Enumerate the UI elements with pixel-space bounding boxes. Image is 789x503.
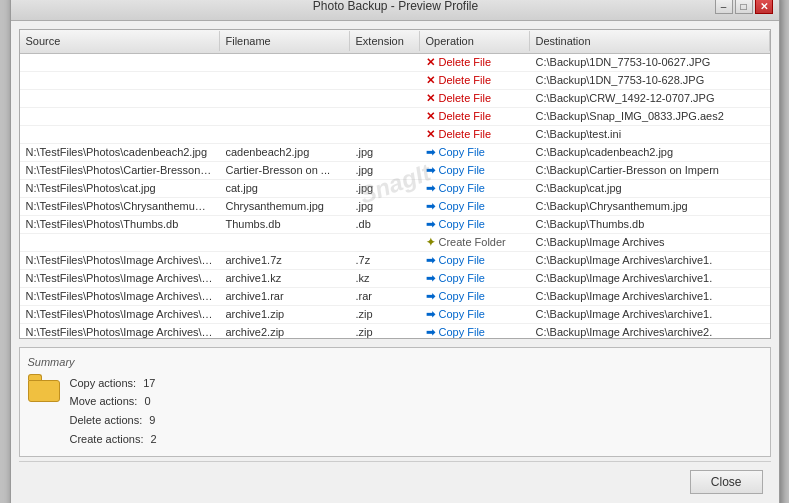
table-row[interactable]: N:\TestFiles\Photos\Image Archives\archi… bbox=[20, 288, 770, 306]
table-row[interactable]: ✕Delete FileC:\Backup\Snap_IMG_0833.JPG.… bbox=[20, 108, 770, 126]
cell-source bbox=[20, 78, 220, 82]
operation-label: Copy File bbox=[439, 164, 485, 176]
window-close-button[interactable]: ✕ bbox=[755, 0, 773, 14]
create-value: 2 bbox=[151, 433, 157, 445]
cell-extension bbox=[350, 132, 420, 136]
cell-operation: ✕Delete File bbox=[420, 90, 530, 107]
table-row[interactable]: N:\TestFiles\Photos\Image Archives\archi… bbox=[20, 306, 770, 324]
cell-operation: ➡Copy File bbox=[420, 324, 530, 338]
copy-stat: Copy actions: 17 bbox=[70, 374, 157, 393]
table-row[interactable]: ✕Delete FileC:\Backup\1DN_7753-10-0627.J… bbox=[20, 54, 770, 72]
cell-source: N:\TestFiles\Photos\Image Archives\archi… bbox=[20, 324, 220, 338]
copy-icon: ➡ bbox=[426, 182, 435, 195]
table-row[interactable]: N:\TestFiles\Photos\Chrysanthemum.jpgChr… bbox=[20, 198, 770, 216]
copy-icon: ➡ bbox=[426, 326, 435, 338]
cell-operation: ➡Copy File bbox=[420, 252, 530, 269]
operation-label: Create Folder bbox=[439, 236, 506, 248]
cell-source: N:\TestFiles\Photos\cadenbeach2.jpg bbox=[20, 144, 220, 160]
cell-operation: ➡Copy File bbox=[420, 288, 530, 305]
cell-operation: ✕Delete File bbox=[420, 72, 530, 89]
cell-extension: .7z bbox=[350, 252, 420, 268]
bottom-bar: Close bbox=[19, 461, 771, 502]
cell-filename bbox=[220, 240, 350, 244]
cell-filename: archive1.7z bbox=[220, 252, 350, 268]
cell-operation: ➡Copy File bbox=[420, 198, 530, 215]
table-row[interactable]: N:\TestFiles\Photos\Image Archives\archi… bbox=[20, 324, 770, 338]
delete-stat: Delete actions: 9 bbox=[70, 411, 157, 430]
operation-label: Copy File bbox=[439, 218, 485, 230]
delete-value: 9 bbox=[149, 414, 155, 426]
cell-operation: ➡Copy File bbox=[420, 162, 530, 179]
copy-icon: ➡ bbox=[426, 254, 435, 267]
col-extension: Extension bbox=[350, 31, 420, 51]
cell-destination: C:\Backup\Thumbs.db bbox=[530, 216, 770, 232]
copy-icon: ➡ bbox=[426, 308, 435, 321]
cell-extension: .jpg bbox=[350, 144, 420, 160]
table-row[interactable]: ✕Delete FileC:\Backup\CRW_1492-12-0707.J… bbox=[20, 90, 770, 108]
col-filename: Filename bbox=[220, 31, 350, 51]
cell-extension: .zip bbox=[350, 306, 420, 322]
table-row[interactable]: N:\TestFiles\Photos\Cartier-Bresson on I… bbox=[20, 162, 770, 180]
main-window: Photo Backup - Preview Profile – □ ✕ Sou… bbox=[10, 0, 780, 503]
cell-destination: C:\Backup\Cartier-Bresson on Impern bbox=[530, 162, 770, 178]
cell-extension bbox=[350, 240, 420, 244]
cell-filename: cadenbeach2.jpg bbox=[220, 144, 350, 160]
cell-destination: C:\Backup\Image Archives\archive1. bbox=[530, 306, 770, 322]
table-row[interactable]: N:\TestFiles\Photos\Thumbs.dbThumbs.db.d… bbox=[20, 216, 770, 234]
cell-destination: C:\Backup\1DN_7753-10-628.JPG bbox=[530, 72, 770, 88]
copy-icon: ➡ bbox=[426, 218, 435, 231]
cell-operation: ✕Delete File bbox=[420, 126, 530, 143]
cell-destination: C:\Backup\Image Archives\archive1. bbox=[530, 252, 770, 268]
close-button[interactable]: Close bbox=[690, 470, 763, 494]
operation-label: Delete File bbox=[439, 56, 492, 68]
cell-destination: C:\Backup\cat.jpg bbox=[530, 180, 770, 196]
cell-source bbox=[20, 96, 220, 100]
cell-filename: cat.jpg bbox=[220, 180, 350, 196]
cell-filename bbox=[220, 78, 350, 82]
cell-destination: C:\Backup\Image Archives\archive1. bbox=[530, 288, 770, 304]
table-row[interactable]: ✕Delete FileC:\Backup\test.ini bbox=[20, 126, 770, 144]
cell-destination: C:\Backup\Snap_IMG_0833.JPG.aes2 bbox=[530, 108, 770, 124]
cell-extension: .rar bbox=[350, 288, 420, 304]
cell-filename: Thumbs.db bbox=[220, 216, 350, 232]
cell-source bbox=[20, 114, 220, 118]
cell-operation: ➡Copy File bbox=[420, 144, 530, 161]
window-title: Photo Backup - Preview Profile bbox=[77, 0, 715, 13]
table-row[interactable]: ✕Delete FileC:\Backup\1DN_7753-10-628.JP… bbox=[20, 72, 770, 90]
copy-icon: ➡ bbox=[426, 200, 435, 213]
cell-destination: C:\Backup\Image Archives\archive2. bbox=[530, 324, 770, 338]
operation-label: Delete File bbox=[439, 74, 492, 86]
table-row[interactable]: N:\TestFiles\Photos\Image Archives\archi… bbox=[20, 270, 770, 288]
cell-source bbox=[20, 240, 220, 244]
cell-extension: .jpg bbox=[350, 198, 420, 214]
cell-source: N:\TestFiles\Photos\Image Archives\archi… bbox=[20, 270, 220, 286]
cell-filename bbox=[220, 60, 350, 64]
operation-label: Copy File bbox=[439, 290, 485, 302]
cell-filename bbox=[220, 132, 350, 136]
create-stat: Create actions: 2 bbox=[70, 430, 157, 449]
copy-icon: ➡ bbox=[426, 164, 435, 177]
cell-destination: C:\Backup\test.ini bbox=[530, 126, 770, 142]
minimize-button[interactable]: – bbox=[715, 0, 733, 14]
cell-source bbox=[20, 132, 220, 136]
cell-source: N:\TestFiles\Photos\Chrysanthemum.jpg bbox=[20, 198, 220, 214]
operation-label: Delete File bbox=[439, 92, 492, 104]
delete-icon: ✕ bbox=[426, 56, 435, 69]
cell-destination: C:\Backup\1DN_7753-10-0627.JPG bbox=[530, 54, 770, 70]
table-row[interactable]: ✦Create FolderC:\Backup\Image Archives bbox=[20, 234, 770, 252]
table-row[interactable]: N:\TestFiles\Photos\cadenbeach2.jpgcaden… bbox=[20, 144, 770, 162]
table-wrapper: Source Filename Extension Operation Dest… bbox=[19, 29, 771, 339]
table-body[interactable]: ✕Delete FileC:\Backup\1DN_7753-10-0627.J… bbox=[20, 54, 770, 338]
cell-operation: ➡Copy File bbox=[420, 270, 530, 287]
copy-value: 17 bbox=[143, 377, 155, 389]
table-row[interactable]: N:\TestFiles\Photos\cat.jpgcat.jpg.jpg➡C… bbox=[20, 180, 770, 198]
col-source: Source bbox=[20, 31, 220, 51]
cell-operation: ✦Create Folder bbox=[420, 234, 530, 251]
copy-icon: ➡ bbox=[426, 146, 435, 159]
cell-destination: C:\Backup\Chrysanthemum.jpg bbox=[530, 198, 770, 214]
table-row[interactable]: N:\TestFiles\Photos\Image Archives\archi… bbox=[20, 252, 770, 270]
cell-filename: archive1.rar bbox=[220, 288, 350, 304]
cell-source bbox=[20, 60, 220, 64]
cell-extension bbox=[350, 60, 420, 64]
maximize-button[interactable]: □ bbox=[735, 0, 753, 14]
